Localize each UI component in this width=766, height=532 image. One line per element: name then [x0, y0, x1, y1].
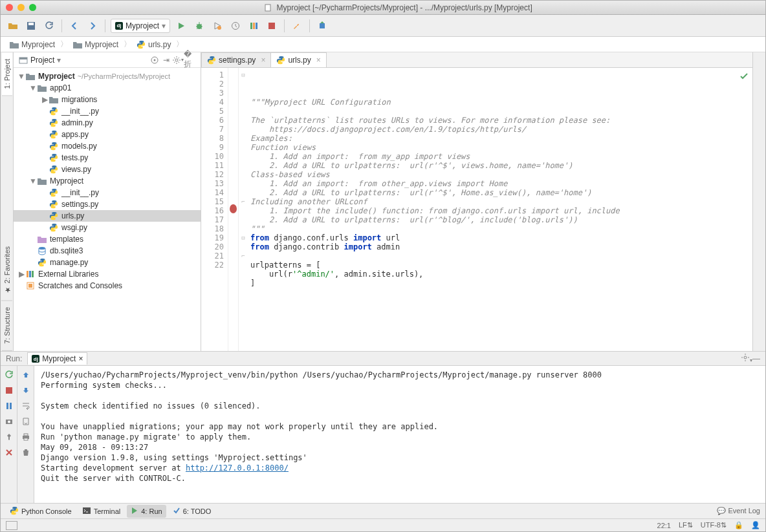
back-button[interactable] [67, 19, 82, 33]
tree-row[interactable]: models.py [14, 140, 201, 152]
breakpoint-icon[interactable] [230, 204, 237, 213]
hide-button[interactable]: �折 [184, 54, 195, 66]
tree-row[interactable]: ▼app01 [14, 82, 201, 94]
event-log-button[interactable]: 💬 Event Log [717, 507, 760, 515]
up-button[interactable] [19, 368, 32, 381]
pause-button[interactable] [3, 399, 16, 412]
breakpoint-gutter[interactable] [228, 68, 239, 351]
debug-button[interactable] [192, 19, 206, 33]
gear-icon [172, 56, 181, 65]
tree-row[interactable]: templates [14, 233, 201, 245]
breadcrumb-item[interactable]: Myproject [69, 39, 122, 50]
tree-row[interactable]: manage.py [14, 257, 201, 268]
disclosure-triangle-icon[interactable]: ▶ [17, 270, 25, 279]
stop-run-button[interactable] [3, 384, 16, 397]
tree-row[interactable]: ▶External Libraries [14, 268, 201, 280]
encoding[interactable]: UTF-8⇅ [701, 521, 727, 529]
scroll-end-button[interactable] [19, 415, 32, 428]
open-button[interactable] [6, 19, 20, 33]
status-tab[interactable]: Python Console [6, 505, 76, 518]
tree-row[interactable]: __init__.py [14, 105, 201, 117]
tab-close-icon[interactable]: × [316, 56, 321, 65]
tool-tab-structure[interactable]: 7: Structure [2, 301, 12, 351]
tab-close-icon[interactable]: × [261, 56, 265, 65]
run-config-select[interactable]: dj Myproject ▾ [111, 19, 170, 33]
disclosure-triangle-icon[interactable]: ▼ [17, 72, 25, 81]
status-tab[interactable]: 6: TODO [169, 505, 215, 518]
svg-rect-10 [320, 23, 325, 28]
svg-rect-29 [24, 434, 28, 436]
tree-row[interactable]: admin.py [14, 117, 201, 129]
editor-tab[interactable]: urls.py× [270, 52, 326, 67]
disclosure-triangle-icon[interactable]: ▶ [41, 95, 49, 104]
clear-button[interactable] [19, 446, 32, 459]
minimize-icon[interactable] [17, 4, 25, 11]
breadcrumb-item[interactable]: Myproject [6, 39, 59, 50]
tree-row[interactable]: wsgi.py [14, 222, 201, 233]
hector-icon[interactable]: 👤 [751, 521, 760, 529]
run-hide-button[interactable]: — [752, 354, 760, 363]
project-view-select[interactable]: Project ▾ [19, 56, 61, 65]
run-output[interactable]: /Users/yuchao/PycharmProjects/Myproject_… [34, 366, 765, 503]
tree-row[interactable]: db.sqlite3 [14, 245, 201, 257]
project-tree[interactable]: ▼Myproject~/PycharmProjects/Myproject▼ap… [14, 68, 201, 351]
tree-row[interactable]: apps.py [14, 129, 201, 140]
print-button[interactable] [19, 431, 32, 443]
tree-row[interactable]: __init__.py [14, 187, 201, 198]
settings-button[interactable]: ▾ [172, 54, 184, 66]
stop-button[interactable] [265, 19, 279, 33]
close-run-button[interactable] [3, 446, 16, 459]
forward-button[interactable] [85, 19, 100, 33]
pin-button[interactable] [3, 431, 16, 443]
tree-row[interactable]: urls.py [14, 210, 201, 222]
concurrency-button[interactable] [246, 19, 261, 33]
editor-tab[interactable]: settings.py× [201, 52, 271, 67]
dump-threads-button[interactable] [3, 415, 16, 428]
save-button[interactable] [24, 19, 38, 33]
tool-tab-project[interactable]: 1: Project [2, 52, 12, 96]
run-settings-button[interactable]: ▾ [741, 353, 752, 364]
server-url-link[interactable]: http://127.0.0.1:8000/ [186, 463, 289, 473]
tree-row[interactable]: Scratches and Consoles [14, 280, 201, 292]
close-icon[interactable] [6, 4, 13, 11]
tree-row[interactable]: views.py [14, 164, 201, 175]
chevron-down-icon: ▾ [57, 56, 61, 65]
cursor-position[interactable]: 22:1 [657, 522, 671, 529]
toggle-wrap-button[interactable] [19, 399, 32, 412]
coverage-button[interactable] [210, 19, 224, 33]
tool-tab-favorites[interactable]: ★ 2: Favorites [1, 240, 12, 301]
tree-row[interactable]: ▼Myproject [14, 175, 201, 187]
status-tab[interactable]: Terminal [78, 505, 125, 518]
run-tab[interactable]: dj Myproject × [27, 352, 87, 365]
disclosure-triangle-icon[interactable]: ▼ [29, 176, 37, 186]
run-button[interactable] [174, 19, 188, 33]
maximize-icon[interactable] [29, 4, 36, 11]
wrench-icon [292, 21, 301, 30]
tree-row[interactable]: ▶migrations [14, 94, 201, 105]
status-tab[interactable]: 4: Run [127, 505, 166, 518]
sync-button[interactable] [42, 19, 56, 33]
down-button[interactable] [19, 384, 32, 397]
locate-button[interactable] [149, 54, 160, 66]
lock-icon[interactable]: 🔒 [734, 521, 743, 529]
collapse-button[interactable]: ⇥ [160, 54, 172, 66]
manage-py-button[interactable] [290, 19, 304, 33]
code-content[interactable]: ⊟⌐⊟⌐ """Myproject URL ConfigurationThe `… [239, 68, 752, 351]
fold-gutter[interactable]: ⊟⌐⊟⌐ [239, 70, 248, 270]
vcs-button[interactable] [315, 19, 329, 33]
svg-point-16 [39, 247, 45, 250]
line-separator[interactable]: LF⇅ [679, 521, 693, 529]
tree-row[interactable]: tests.py [14, 152, 201, 164]
rerun-button[interactable] [3, 368, 16, 381]
breadcrumb-item[interactable]: urls.py [133, 39, 175, 50]
tree-row[interactable]: ▼Myproject~/PycharmProjects/Myproject [14, 70, 201, 82]
tree-row[interactable]: settings.py [14, 198, 201, 210]
profile-button[interactable] [228, 19, 243, 33]
svg-point-14 [154, 59, 156, 61]
show-tool-windows-button[interactable] [6, 521, 17, 530]
disclosure-triangle-icon[interactable]: ▼ [29, 83, 37, 92]
django-icon: dj [115, 22, 123, 30]
clock-icon [231, 21, 240, 30]
editor[interactable]: 12345678910111213141516171819202122 ⊟⌐⊟⌐… [201, 68, 752, 351]
close-icon[interactable]: × [78, 354, 83, 363]
